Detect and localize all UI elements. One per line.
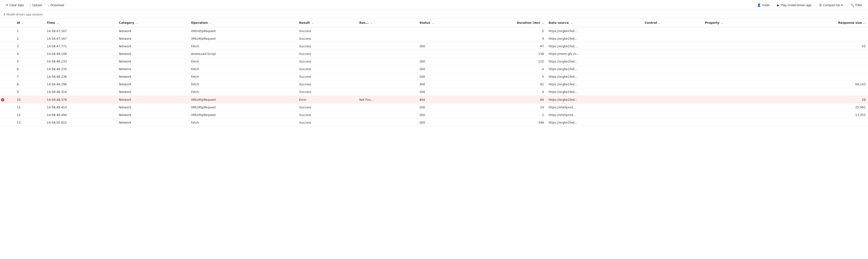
cell-duration: 4 bbox=[466, 65, 546, 73]
table-row[interactable]: 814:58:48.296NetworkFetchSuccess20092htt… bbox=[0, 81, 868, 88]
cell-responsesize bbox=[786, 35, 868, 42]
table-row[interactable]: 414:58:48.106NetworkAssetLoad.ScriptSucc… bbox=[0, 50, 868, 58]
cell-res bbox=[357, 81, 417, 88]
cell-duration: 115 bbox=[466, 58, 546, 65]
clear-data-icon: ✕ bbox=[6, 3, 8, 7]
cell-operation: XMLHttpRequest bbox=[189, 35, 297, 42]
cell-duration: 138 bbox=[466, 50, 546, 58]
table-row[interactable]: 714:58:48.236NetworkFetchSuccess2005http… bbox=[0, 73, 868, 81]
th-duration[interactable]: Duration (ms) ⌄ bbox=[466, 19, 546, 27]
cell-status: 200 bbox=[417, 58, 466, 65]
cell-control bbox=[642, 104, 703, 111]
cell-result: Success bbox=[297, 35, 357, 42]
cell-control bbox=[642, 111, 703, 119]
cell-category: Network bbox=[117, 104, 189, 111]
th-control[interactable]: Control ⌄ bbox=[642, 19, 703, 27]
cell-datasource: https://orgbe1fed... bbox=[546, 73, 642, 81]
row-error-indicator-cell bbox=[0, 27, 14, 35]
row-error-indicator-cell bbox=[0, 81, 14, 88]
cell-datasource: https://orgbe1fed... bbox=[546, 96, 642, 104]
compact-list-button[interactable]: ☰ Compact list ▾ bbox=[817, 2, 845, 8]
th-time[interactable]: Time ⌄ bbox=[44, 19, 117, 27]
cell-responsesize: 25,991 bbox=[786, 104, 868, 111]
th-datasource[interactable]: Data source ⌄ bbox=[546, 19, 642, 27]
cell-duration: 4 bbox=[466, 35, 546, 42]
sort-icon-result: ⌄ bbox=[312, 22, 313, 24]
th-status[interactable]: Status ⌄ bbox=[417, 19, 466, 27]
th-responsesize[interactable]: Response size ⌄ bbox=[786, 19, 868, 27]
th-res[interactable]: Res... ⌄ bbox=[357, 19, 417, 27]
cell-property bbox=[703, 50, 786, 58]
table-row[interactable]: 614:58:48.235NetworkFetchSuccess2004http… bbox=[0, 65, 868, 73]
cell-operation: Fetch bbox=[189, 81, 297, 88]
cell-category: Network bbox=[117, 88, 189, 96]
cell-time: 14:58:48.453 bbox=[44, 104, 117, 111]
info-icon: ℹ bbox=[4, 12, 5, 16]
cell-responsesize bbox=[786, 50, 868, 58]
cell-control bbox=[642, 50, 703, 58]
table-row[interactable]: ✕1014:58:48.378NetworkXMLHttpRequestErro… bbox=[0, 96, 868, 104]
invite-button[interactable]: 👤 Invite bbox=[755, 2, 771, 8]
table-row[interactable]: 1314:58:50.922NetworkFetchSuccess200348h… bbox=[0, 119, 868, 126]
row-error-indicator-cell bbox=[0, 88, 14, 96]
cell-res bbox=[357, 88, 417, 96]
upload-button[interactable]: ↑ Upload bbox=[28, 2, 44, 8]
cell-property bbox=[703, 58, 786, 65]
filter-button[interactable]: 🔍 Filter bbox=[848, 2, 864, 8]
table-row[interactable]: 314:58:47.771NetworkFetchSuccess20087htt… bbox=[0, 42, 868, 50]
cell-status: 200 bbox=[417, 81, 466, 88]
table-row[interactable]: 114:58:47.167NetworkXMLHttpRequestSucces… bbox=[0, 27, 868, 35]
cell-result: Success bbox=[297, 58, 357, 65]
cell-result: Success bbox=[297, 104, 357, 111]
cell-time: 14:58:47.167 bbox=[44, 27, 117, 35]
cell-datasource: https://orgbe1fed... bbox=[546, 88, 642, 96]
cell-status: 200 bbox=[417, 88, 466, 96]
download-button[interactable]: ↓ Download bbox=[46, 2, 66, 8]
cell-responsesize bbox=[786, 119, 868, 126]
cell-res: Not Fou... bbox=[357, 96, 417, 104]
cell-datasource: https://shellprod... bbox=[546, 104, 642, 111]
cell-datasource: https://orgbe1fed... bbox=[546, 35, 642, 42]
cell-property bbox=[703, 88, 786, 96]
cell-id: 1 bbox=[14, 27, 45, 35]
th-operation[interactable]: Operation ⌄ bbox=[189, 19, 297, 27]
cell-datasource: https://orgbe1fed... bbox=[546, 119, 642, 126]
row-error-indicator-cell: ✕ bbox=[0, 96, 14, 104]
table-row[interactable]: 214:58:47.167NetworkXMLHttpRequestSucces… bbox=[0, 35, 868, 42]
cell-res bbox=[357, 65, 417, 73]
cell-datasource: https://orgbe1fed... bbox=[546, 81, 642, 88]
th-id[interactable]: Id ⌄ bbox=[14, 19, 45, 27]
cell-operation: XMLHttpRequest bbox=[189, 111, 297, 119]
cell-property bbox=[703, 73, 786, 81]
play-model-driven-app-button[interactable]: ▶ Play model-driven app bbox=[775, 2, 813, 8]
cell-time: 14:58:48.236 bbox=[44, 73, 117, 81]
th-category[interactable]: Category ⌄ bbox=[117, 19, 189, 27]
cell-duration: 24 bbox=[466, 104, 546, 111]
cell-id: 9 bbox=[14, 88, 45, 96]
row-error-indicator-cell bbox=[0, 50, 14, 58]
play-model-driven-app-label: Play model-driven app bbox=[781, 3, 811, 7]
clear-data-button[interactable]: ✕ Clear data bbox=[4, 2, 26, 8]
cell-category: Network bbox=[117, 119, 189, 126]
cell-operation: XMLHttpRequest bbox=[189, 96, 297, 104]
table-row[interactable]: 1214:58:48.494NetworkXMLHttpRequestSucce… bbox=[0, 111, 868, 119]
cell-property bbox=[703, 111, 786, 119]
sort-icon-responsesize: ⌄ bbox=[864, 22, 866, 24]
row-error-indicator-cell bbox=[0, 104, 14, 111]
cell-duration: 92 bbox=[466, 81, 546, 88]
cell-category: Network bbox=[117, 50, 189, 58]
table-row[interactable]: 1114:58:48.453NetworkXMLHttpRequestSucce… bbox=[0, 104, 868, 111]
cell-control bbox=[642, 88, 703, 96]
cell-res bbox=[357, 58, 417, 65]
table-row[interactable]: 514:58:48.233NetworkFetchSuccess200115ht… bbox=[0, 58, 868, 65]
cell-datasource: https://orgbe1fed... bbox=[546, 27, 642, 35]
th-result[interactable]: Result ⌄ bbox=[297, 19, 357, 27]
upload-label: Upload bbox=[32, 3, 42, 7]
table-row[interactable]: 914:58:48.324NetworkFetchSuccess2004http… bbox=[0, 88, 868, 96]
compact-list-label: Compact list bbox=[823, 3, 840, 7]
download-icon: ↓ bbox=[48, 3, 50, 7]
row-error-indicator-cell bbox=[0, 73, 14, 81]
cell-status: 200 bbox=[417, 42, 466, 50]
sort-icon-control: ⌄ bbox=[659, 22, 661, 24]
th-property[interactable]: Property ⌄ bbox=[703, 19, 786, 27]
